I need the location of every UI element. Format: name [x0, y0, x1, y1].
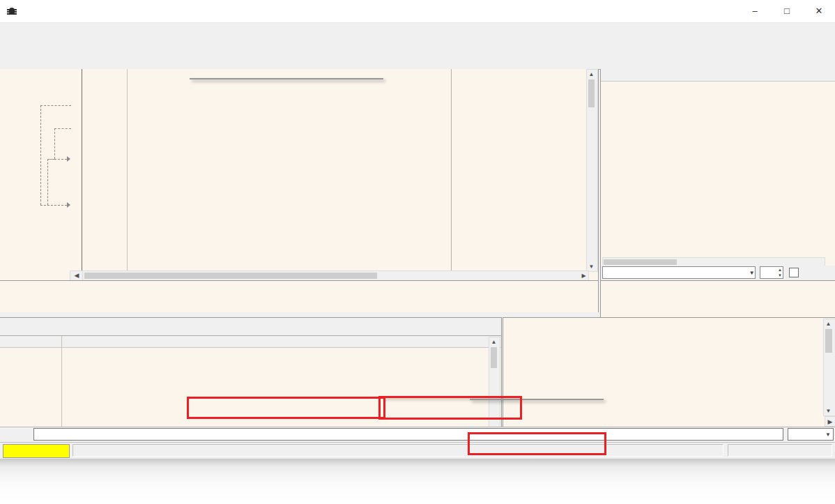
debug-state-badge	[3, 444, 70, 458]
close-button[interactable]: ✕	[803, 0, 835, 22]
jump-line	[47, 159, 54, 160]
disasm-horizontal-scrollbar[interactable]: ▶	[82, 270, 589, 280]
column-separator	[127, 69, 128, 270]
disassembly-panel[interactable]: ▲▼ ◀ ▶	[0, 69, 599, 280]
maximize-button[interactable]: □	[771, 0, 803, 22]
jump-line	[40, 105, 71, 106]
jump-line	[54, 159, 67, 160]
titlebar: – □ ✕	[0, 0, 835, 23]
app-bug-icon	[6, 6, 17, 17]
command-profile-select[interactable]: ▼	[788, 428, 834, 441]
view-tabbar	[0, 53, 835, 70]
arg-count-stepper[interactable]: ▲▼	[760, 266, 783, 279]
stepper-arrows-icon: ▲▼	[778, 267, 782, 278]
stack-hscroll-right-arrow[interactable]: ▶	[825, 416, 835, 427]
jump-arrow-icon	[67, 202, 70, 208]
registers-panel: ▼ ▲▼	[600, 69, 835, 280]
statusbar	[0, 442, 835, 459]
stack-panel[interactable]: ▲▼ ▶	[503, 317, 835, 427]
desktop-background	[0, 459, 835, 504]
annotation-box-search	[187, 397, 385, 419]
disasm-vertical-scrollbar[interactable]: ▲▼	[586, 69, 598, 272]
command-input[interactable]	[33, 428, 783, 441]
app-window: – □ ✕ ▲▼ ◀ ▶	[0, 0, 835, 459]
hide-fpu-button[interactable]	[601, 69, 835, 82]
column-separator	[61, 336, 62, 427]
toolbar	[0, 38, 835, 54]
arguments-panel[interactable]	[600, 280, 835, 318]
dump-tabbar	[0, 318, 501, 336]
jump-line	[40, 205, 67, 206]
annotation-box-string	[468, 432, 606, 455]
status-message	[72, 444, 723, 457]
column-separator	[451, 69, 452, 270]
minimize-button[interactable]: –	[739, 0, 771, 22]
jump-line	[40, 105, 41, 205]
jump-line	[54, 128, 55, 159]
gutter-separator	[82, 69, 82, 270]
jump-arrow-icon	[67, 156, 70, 162]
disasm-info-box	[0, 280, 599, 312]
calling-convention-select[interactable]: ▼	[602, 266, 756, 279]
chevron-down-icon: ▼	[825, 432, 831, 438]
debug-time	[728, 444, 832, 457]
context-menu	[190, 78, 383, 79]
registers-list[interactable]	[601, 82, 824, 257]
stack-vertical-scrollbar[interactable]: ▲▼	[823, 319, 835, 416]
jump-line	[54, 128, 71, 129]
calling-convention-row: ▼ ▲▼	[601, 266, 835, 280]
menubar	[0, 23, 835, 38]
chevron-down-icon: ▼	[750, 270, 753, 276]
disasm-hscroll-left-arrow[interactable]: ◀	[70, 270, 84, 280]
command-bar: ▼	[0, 427, 835, 443]
unlock-checkbox[interactable]	[789, 268, 799, 277]
dump-table-header	[0, 336, 501, 348]
annotation-box-region	[378, 396, 522, 420]
jump-line	[47, 159, 48, 205]
